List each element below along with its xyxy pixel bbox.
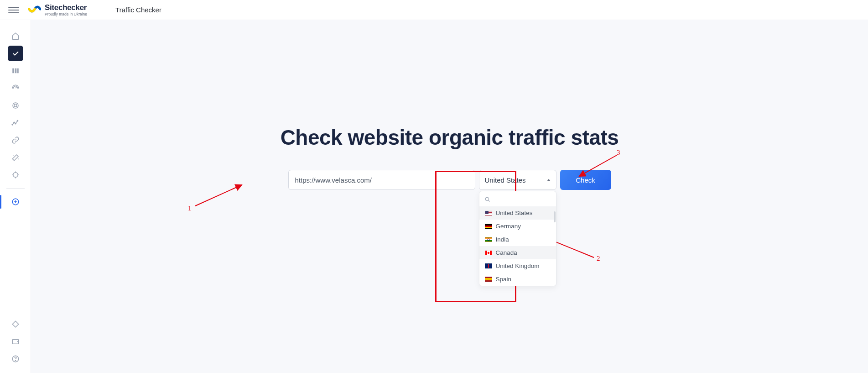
sidebar-item-locate[interactable] — [8, 167, 23, 183]
sidebar-item-wallet[interactable] — [8, 334, 23, 349]
country-option-label: Germany — [496, 223, 521, 230]
country-option-label: United Kingdom — [496, 263, 540, 269]
url-input[interactable] — [288, 170, 475, 190]
flag-in-icon — [485, 237, 492, 242]
flag-us-icon — [485, 210, 492, 215]
check-badge-icon — [11, 49, 20, 58]
svg-point-5 — [12, 124, 13, 125]
country-dropdown: United States Germany India Canada — [479, 191, 556, 286]
country-option-label: United States — [496, 210, 533, 216]
sidebar-item-diamond[interactable] — [8, 316, 23, 332]
country-option[interactable]: Germany — [479, 220, 556, 233]
svg-point-13 — [15, 360, 16, 361]
flag-de-icon — [485, 224, 492, 229]
annotation-label-1: 1 — [188, 205, 192, 212]
svg-rect-2 — [17, 68, 18, 74]
main-content: Check website organic traffic stats Unit… — [31, 20, 868, 373]
annotation-label-3: 3 — [617, 149, 620, 157]
svg-point-9 — [13, 173, 18, 178]
hero-title: Check website organic traffic stats — [281, 125, 619, 150]
wand-icon — [11, 153, 20, 162]
gauge-icon — [11, 84, 20, 92]
sidebar-add-button[interactable] — [8, 194, 23, 210]
page-title: Traffic Checker — [115, 6, 161, 14]
sidebar-item-help[interactable] — [8, 351, 23, 367]
svg-rect-1 — [15, 68, 16, 74]
annotation-label-2: 2 — [597, 255, 600, 263]
help-icon — [11, 355, 20, 363]
crosshair-icon — [11, 171, 20, 179]
svg-point-3 — [13, 103, 18, 108]
columns-icon — [11, 67, 20, 75]
brand-tagline: Proudly made in Ukraine — [45, 12, 87, 16]
svg-point-8 — [17, 120, 18, 121]
sidebar — [0, 20, 31, 373]
sidebar-item-home[interactable] — [8, 28, 23, 44]
svg-point-6 — [13, 122, 14, 123]
sidebar-item-columns[interactable] — [8, 63, 23, 79]
country-option[interactable]: Spain — [479, 273, 556, 286]
country-option-label: Canada — [496, 249, 517, 256]
svg-line-15 — [195, 185, 242, 206]
sidebar-item-target[interactable] — [8, 98, 23, 113]
country-option-list: United States Germany India Canada — [479, 206, 556, 286]
brand-name: Sitechecker — [45, 4, 87, 11]
flag-es-icon — [485, 277, 492, 282]
sidebar-item-checker[interactable] — [8, 46, 23, 61]
plus-circle-icon — [11, 198, 20, 206]
diamond-icon — [11, 320, 20, 328]
logo-mark-icon — [28, 5, 41, 15]
sidebar-item-wand[interactable] — [8, 150, 23, 165]
country-option[interactable]: United Kingdom — [479, 259, 556, 273]
wallet-icon — [11, 337, 20, 346]
home-icon — [11, 32, 20, 40]
flag-gb-icon — [485, 263, 492, 268]
sidebar-item-trend[interactable] — [8, 115, 23, 131]
svg-point-7 — [15, 123, 16, 124]
annotation-arrow-1 — [192, 182, 247, 211]
country-selected-label: United States — [485, 176, 526, 184]
search-icon — [484, 196, 491, 203]
target-icon — [11, 101, 20, 110]
brand-logo[interactable]: Sitechecker Proudly made in Ukraine — [28, 4, 87, 16]
country-search[interactable] — [479, 194, 556, 206]
sidebar-item-speed[interactable] — [8, 80, 23, 96]
check-form: United States United States — [288, 170, 611, 190]
country-option-label: India — [496, 236, 509, 243]
sidebar-item-link[interactable] — [8, 132, 23, 148]
flag-ca-icon — [485, 250, 492, 255]
trend-icon — [11, 119, 20, 127]
svg-point-14 — [485, 197, 489, 201]
caret-up-icon — [547, 179, 551, 181]
svg-point-4 — [14, 104, 17, 107]
country-option[interactable]: India — [479, 233, 556, 246]
top-bar: Sitechecker Proudly made in Ukraine Traf… — [0, 0, 868, 20]
country-select[interactable]: United States — [479, 170, 556, 190]
menu-toggle-button[interactable] — [8, 5, 19, 16]
country-option[interactable]: United States — [479, 206, 556, 220]
link-icon — [11, 136, 20, 144]
check-button[interactable]: Check — [560, 170, 611, 190]
svg-rect-0 — [12, 68, 14, 74]
sidebar-separator — [6, 188, 25, 189]
country-option[interactable]: Canada — [479, 246, 556, 259]
dropdown-scrollbar[interactable] — [554, 211, 556, 222]
country-option-label: Spain — [496, 276, 512, 283]
